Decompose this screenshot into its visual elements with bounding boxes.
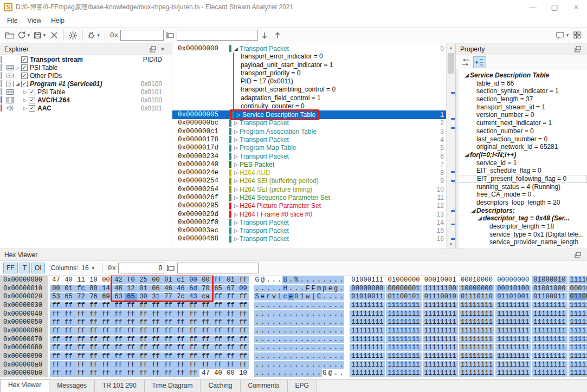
- ascii-char[interactable]: .: [260, 285, 265, 292]
- ascii-char[interactable]: .: [260, 327, 265, 335]
- chevron-collapsed-icon[interactable]: ▷: [233, 129, 240, 134]
- ascii-char[interactable]: .: [316, 352, 321, 360]
- hex-byte[interactable]: 43: [187, 293, 199, 300]
- chevron-collapsed-icon[interactable]: ▷: [233, 120, 240, 126]
- hex-byte[interactable]: 65: [125, 293, 137, 300]
- hex-byte[interactable]: ff: [100, 352, 112, 360]
- binary-group[interactable]: 11111111: [532, 310, 567, 318]
- hex-byte[interactable]: ff: [237, 361, 249, 369]
- binary-group[interactable]: 11111111: [459, 302, 494, 309]
- hex-byte[interactable]: ff: [224, 352, 237, 360]
- ascii-char[interactable]: .: [322, 276, 327, 284]
- binary-group[interactable]: 11111111: [350, 369, 385, 377]
- binary-group[interactable]: 01100101: [569, 293, 587, 300]
- chevron-collapsed-icon[interactable]: ▷: [233, 236, 240, 241]
- ascii-char[interactable]: .: [333, 302, 338, 309]
- binary-group[interactable]: 11111111: [569, 361, 587, 369]
- hex-byte[interactable]: ff: [125, 352, 137, 360]
- binary-group[interactable]: 11111111: [495, 352, 531, 360]
- sidebar-item-transport-stream[interactable]: ✓Transport streamPID/ID: [0, 55, 172, 63]
- ascii-char[interactable]: .: [282, 369, 288, 377]
- hex-byte[interactable]: ff: [50, 369, 62, 377]
- binary-group[interactable]: 11111111: [569, 327, 587, 335]
- ascii-char[interactable]: .: [311, 276, 316, 284]
- hex-byte[interactable]: ff: [75, 336, 87, 343]
- ascii-char[interactable]: .: [277, 302, 282, 309]
- ascii-char[interactable]: .: [339, 310, 344, 318]
- packet-scrollbar[interactable]: ▲ ▼: [446, 43, 455, 249]
- chevron-expanded-icon[interactable]: ◢: [14, 81, 21, 87]
- ascii-char[interactable]: .: [288, 336, 293, 343]
- packet-row[interactable]: 0x0000029d▷H264 I Frame #0 slice #013: [172, 210, 446, 218]
- ascii-char[interactable]: .: [271, 285, 276, 292]
- ascii-char[interactable]: g: [333, 285, 338, 292]
- bug-dropdown-icon[interactable]: ▼: [96, 33, 101, 38]
- ascii-char[interactable]: .: [311, 369, 316, 377]
- ascii-char[interactable]: .: [288, 318, 293, 326]
- hex-byte[interactable]: ff: [112, 361, 125, 369]
- ascii-char[interactable]: .: [311, 344, 316, 351]
- settings-button[interactable]: [67, 29, 80, 42]
- binary-group[interactable]: 11111111: [386, 361, 421, 369]
- ascii-char[interactable]: @: [260, 276, 265, 284]
- hex-byte[interactable]: ff: [125, 344, 137, 351]
- columns-value[interactable]: 16: [81, 264, 88, 272]
- ascii-char[interactable]: .: [294, 310, 299, 318]
- ascii-char[interactable]: .: [339, 285, 344, 292]
- search-down-button[interactable]: [258, 29, 271, 42]
- ascii-char[interactable]: .: [277, 344, 282, 351]
- binary-group[interactable]: 11111111: [532, 361, 567, 369]
- chevron-collapsed-icon[interactable]: ▷: [233, 203, 240, 208]
- ascii-char[interactable]: .: [282, 352, 288, 360]
- hex-byte[interactable]: ff: [187, 310, 199, 318]
- ascii-char[interactable]: .: [299, 310, 305, 318]
- tab-comments[interactable]: Comments: [241, 380, 288, 392]
- hex-byte[interactable]: ff: [199, 310, 212, 318]
- ascii-char[interactable]: .: [260, 336, 265, 343]
- goto-offset-icon[interactable]: [164, 29, 177, 42]
- hex-byte[interactable]: ff: [150, 310, 162, 318]
- hex-byte[interactable]: 30: [137, 293, 150, 300]
- ascii-char[interactable]: .: [294, 336, 299, 343]
- hex-byte[interactable]: ff: [162, 361, 175, 369]
- ascii-char[interactable]: .: [260, 302, 265, 309]
- binary-group[interactable]: 11111111: [569, 344, 587, 351]
- hex-byte[interactable]: ff: [162, 310, 175, 318]
- ascii-char[interactable]: .: [254, 336, 260, 343]
- ascii-char[interactable]: .: [282, 336, 288, 343]
- hex-byte[interactable]: 00: [100, 276, 112, 284]
- ascii-char[interactable]: .: [260, 310, 265, 318]
- hex-byte[interactable]: 01: [162, 276, 175, 284]
- hex-byte[interactable]: ff: [50, 336, 62, 343]
- ascii-char[interactable]: .: [327, 293, 333, 300]
- packet-row[interactable]: 0x00000240▷PES Packet7: [172, 160, 446, 168]
- ascii-char[interactable]: .: [339, 352, 344, 360]
- close-stream-button[interactable]: [48, 29, 61, 42]
- hex-byte[interactable]: ff: [75, 318, 87, 326]
- binary-group[interactable]: 11111111: [569, 352, 587, 360]
- binary-group[interactable]: 11111111: [350, 344, 385, 351]
- hex-byte[interactable]: ff: [162, 344, 175, 351]
- hex-byte[interactable]: 42: [112, 276, 125, 284]
- hex-byte[interactable]: ff: [237, 327, 249, 335]
- binary-group[interactable]: 11111111: [386, 352, 421, 360]
- offset-search-input[interactable]: [120, 30, 164, 41]
- packet-row[interactable]: 0x0000017d▷Program Map Table5: [172, 144, 446, 152]
- chevron-collapsed-icon[interactable]: ▷: [233, 228, 240, 233]
- binary-group[interactable]: 11111111: [386, 310, 421, 318]
- minimize-button[interactable]: —: [522, 1, 544, 14]
- ascii-char[interactable]: .: [311, 361, 316, 369]
- hex-byte[interactable]: ff: [224, 318, 237, 326]
- packet-row[interactable]: 0x00000295▷H264 Picture Parameter Set12: [172, 202, 446, 210]
- hex-mode-binary-button[interactable]: OI: [31, 263, 45, 273]
- ascii-char[interactable]: .: [271, 361, 276, 369]
- checkbox[interactable]: ✓: [29, 89, 35, 95]
- hex-byte[interactable]: ff: [175, 327, 187, 335]
- binary-group[interactable]: 11111111: [386, 369, 421, 377]
- hex-byte[interactable]: ff: [162, 369, 175, 377]
- hex-byte[interactable]: ff: [62, 318, 75, 326]
- property-row[interactable]: last_section_number = 0: [456, 135, 587, 143]
- hex-byte[interactable]: ff: [50, 361, 62, 369]
- ascii-char[interactable]: .: [327, 318, 333, 326]
- dock-icon[interactable]: [148, 46, 158, 53]
